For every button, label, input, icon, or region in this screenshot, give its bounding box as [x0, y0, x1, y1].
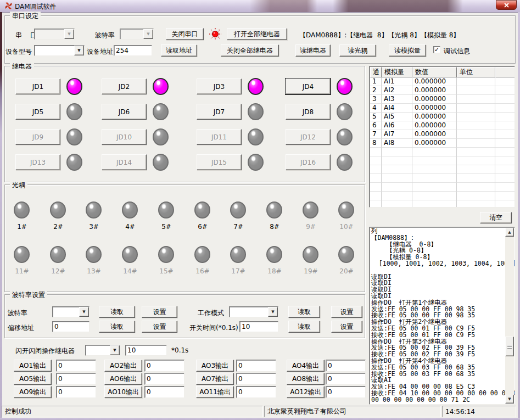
table-row[interactable]: 4AI40.000000 [370, 104, 514, 113]
ao-button-ao12[interactable]: AO12输出 [287, 386, 325, 398]
relay-button-jd2[interactable]: JD2 [102, 79, 147, 94]
analog-col-header-4[interactable] [495, 67, 515, 77]
log-textarea[interactable]: 列 【DAM0888】: 【继电器 0-8】 【光耦 0-8】 【模拟量 0-8… [369, 227, 515, 405]
opto-label-3: 3# [81, 223, 107, 231]
scrollbar-thumb[interactable] [505, 337, 514, 356]
offset-addr-input[interactable] [52, 321, 90, 332]
baudrate-read-button[interactable]: 读取 [99, 306, 135, 318]
baudrate-set-button[interactable]: 设置 [142, 306, 177, 318]
relay-button-jd6[interactable]: JD6 [102, 104, 147, 120]
open-all-relays-button[interactable]: 打开全部继电器 [227, 28, 287, 40]
offset-read-button[interactable]: 读取 [99, 321, 135, 333]
debug-info-checkbox[interactable]: ✓ [433, 46, 440, 53]
ao-value-input-9[interactable] [56, 386, 96, 398]
relay-button-jd9[interactable]: JD9 [15, 129, 60, 145]
switch-time-input[interactable] [239, 321, 278, 332]
table-row[interactable]: 5AI50.000000 [370, 113, 514, 121]
relay-button-jd8[interactable]: JD8 [286, 104, 331, 120]
ao-value-input-11[interactable] [236, 386, 276, 398]
close-all-relays-button[interactable]: 关闭全部继电器 [221, 44, 279, 57]
chevron-down-icon[interactable]: ▼ [268, 307, 278, 317]
ao-button-ao11[interactable]: AO11输出 [196, 386, 234, 398]
read-addr-button[interactable]: 读取地址 [161, 44, 197, 57]
ao-value-input-2[interactable] [144, 360, 184, 372]
table-cell [382, 192, 412, 200]
ao-value-input-5[interactable] [56, 373, 96, 385]
ao-value-input-4[interactable] [326, 360, 366, 372]
ao-value-input-3[interactable] [236, 360, 276, 372]
port-combo[interactable]: COM5 ▼ [34, 29, 75, 40]
device-addr-input[interactable] [114, 45, 152, 56]
table-row[interactable]: 2AI20.000000 [370, 86, 514, 95]
relay-button-jd16[interactable]: JD16 [286, 154, 331, 170]
read-opto-button[interactable]: 读光耦 [339, 44, 376, 57]
switch-time-set-button[interactable]: 设置 [331, 321, 362, 333]
opto-label-7: 7# [226, 223, 251, 231]
close-port-button[interactable]: 关闭串口 [166, 28, 204, 40]
chevron-down-icon[interactable]: ▼ [79, 307, 89, 317]
ao-button-ao10[interactable]: AO10输出 [104, 386, 142, 398]
ao-value-input-1[interactable] [56, 360, 96, 372]
ao-button-ao6[interactable]: AO6输出 [104, 373, 142, 385]
read-relay-button[interactable]: 读继电器 [295, 44, 331, 57]
analog-col-header-3[interactable]: 单位 [457, 67, 495, 77]
ao-value-input-8[interactable] [326, 373, 366, 385]
chevron-down-icon[interactable]: ▼ [64, 29, 74, 39]
table-row[interactable]: 7AI70.000000 [370, 130, 514, 139]
relay-button-jd12[interactable]: JD12 [286, 129, 331, 145]
table-cell: 7 [370, 130, 382, 139]
scroll-down-icon[interactable]: ▼ [505, 395, 514, 404]
relay-button-jd11[interactable]: JD11 [197, 129, 242, 145]
chevron-down-icon[interactable]: ▼ [143, 29, 153, 39]
ao-button-ao8[interactable]: AO8输出 [287, 373, 325, 385]
ao-value-input-6[interactable] [144, 373, 184, 385]
ao-button-ao5[interactable]: AO5输出 [14, 373, 52, 385]
relay-button-jd7[interactable]: JD7 [197, 104, 242, 120]
ao-button-ao4[interactable]: AO4输出 [287, 360, 325, 372]
read-analog-button[interactable]: 读模拟量 [389, 44, 426, 57]
baudrate-combo[interactable]: 默认 ▼ [52, 306, 90, 317]
ao-button-ao3[interactable]: AO3输出 [196, 360, 234, 372]
ao-button-ao7[interactable]: AO7输出 [196, 373, 234, 385]
analog-col-header-0[interactable]: 通 [370, 67, 382, 77]
ao-button-ao2[interactable]: AO2输出 [104, 360, 142, 372]
ao-value-input-7[interactable] [236, 373, 276, 385]
relay-button-jd1[interactable]: JD1 [15, 79, 60, 94]
switch-time-read-button[interactable]: 读取 [288, 321, 320, 333]
relay-button-jd14[interactable]: JD14 [102, 154, 147, 170]
opto-label-15: 15# [154, 267, 179, 275]
relay-button-jd4[interactable]: JD4 [286, 79, 331, 94]
ao-button-ao9[interactable]: AO9输出 [14, 386, 52, 398]
relay-button-jd5[interactable]: JD5 [15, 104, 60, 120]
model-combo[interactable]: DAM0888 ▼ [34, 45, 85, 56]
work-mode-read-button[interactable]: 读取 [288, 306, 320, 318]
baud-combo[interactable]: 9600 ▼ [120, 29, 154, 40]
work-mode-combo[interactable]: 正常模式 ▼ [229, 306, 278, 317]
switch-time-label: 开关时间(*0.1s) [189, 323, 238, 333]
analog-col-header-2[interactable]: 数值 [412, 67, 457, 77]
ao-button-ao1[interactable]: AO1输出 [14, 360, 52, 372]
chevron-down-icon[interactable]: ▼ [74, 46, 84, 55]
flash-time-input[interactable] [125, 345, 167, 356]
log-scrollbar[interactable]: ▲ ▼ [505, 228, 514, 404]
status-time: 14:56:14 [442, 406, 516, 417]
table-row[interactable]: 3AI30.000000 [370, 95, 514, 104]
table-row[interactable]: 6AI60.000000 [370, 121, 514, 130]
scroll-up-icon[interactable]: ▲ [505, 228, 514, 237]
chevron-down-icon[interactable]: ▼ [110, 345, 120, 355]
ao-value-input-12[interactable] [326, 386, 366, 398]
relay-button-jd13[interactable]: JD13 [15, 154, 60, 170]
table-row[interactable]: 1AI10.000000 [370, 77, 514, 86]
flash-mode-combo[interactable]: 手动模式 ▼ [85, 345, 120, 356]
analog-col-header-1[interactable]: 模拟量 [382, 67, 412, 77]
relay-light-jd11 [248, 128, 264, 145]
relay-button-jd3[interactable]: JD3 [197, 79, 242, 94]
table-row[interactable]: 8AI80.000000 [370, 139, 514, 148]
ao-value-input-10[interactable] [144, 386, 184, 398]
offset-set-button[interactable]: 设置 [142, 321, 177, 333]
work-mode-set-button[interactable]: 设置 [331, 306, 362, 318]
close-button[interactable] [496, 0, 517, 10]
relay-button-jd10[interactable]: JD10 [102, 129, 147, 145]
relay-button-jd15[interactable]: JD15 [197, 154, 242, 170]
clear-log-button[interactable]: 清空 [480, 212, 512, 223]
